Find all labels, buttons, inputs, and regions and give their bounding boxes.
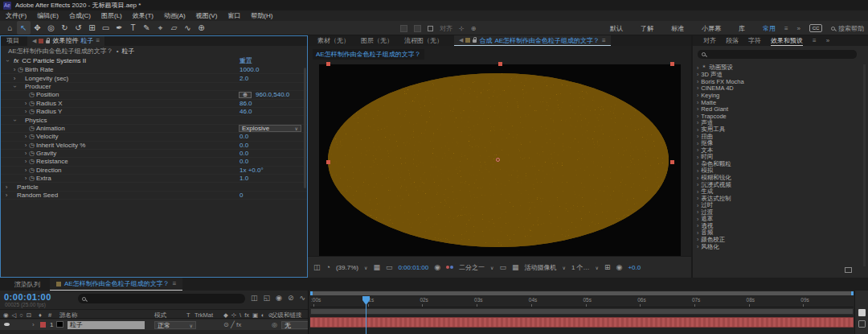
expand-icon[interactable] [697, 100, 698, 105]
roto-brush-tool[interactable]: ∿ [181, 21, 194, 35]
expand-chevron-icon[interactable] [23, 108, 29, 115]
fast-previews-icon[interactable]: ◉ [616, 263, 623, 271]
layer-row[interactable]: › 1 粒子 正常∨ ⊙ ╱ fx ◎ 无∨ [0, 320, 308, 330]
selection-handle[interactable] [326, 160, 330, 164]
trkmat-column-header[interactable]: TrkMat [194, 311, 213, 319]
property-value[interactable]: 1000.0 [240, 66, 259, 73]
workspace-tab[interactable]: 常用 [763, 24, 776, 33]
stopwatch-icon[interactable] [29, 158, 36, 165]
pan-behind-tool[interactable]: ⊞ [85, 21, 99, 35]
expand-chevron-icon[interactable] [11, 75, 18, 82]
scrollbar[interactable] [304, 68, 306, 188]
layer-expander-icon[interactable]: › [32, 321, 35, 328]
expand-icon[interactable] [697, 113, 698, 119]
expand-icon[interactable] [697, 216, 698, 222]
effect-point-button[interactable]: ⊕ [239, 92, 252, 98]
switch-icon[interactable]: ▣ [252, 311, 258, 319]
pixel-aspect-icon[interactable]: ⊞ [604, 263, 611, 271]
transparency-grid-icon[interactable]: ▦ [512, 263, 519, 271]
expand-icon[interactable] [697, 175, 698, 181]
expand-icon[interactable] [697, 223, 698, 229]
show-snapshot-icon[interactable]: ◔ [326, 263, 330, 271]
property-value[interactable]: 0.0 [240, 158, 248, 165]
menu-item[interactable]: 视图(V) [196, 11, 218, 20]
expand-chevron-icon[interactable] [3, 183, 10, 191]
stopwatch-icon[interactable] [29, 167, 36, 174]
effect-category-row[interactable]: Keying [693, 92, 862, 99]
snap-more-icon[interactable]: ⊕ [471, 25, 477, 32]
effect-category-row[interactable]: Boris FX Mocha [693, 78, 862, 85]
panel-tab[interactable]: 字符 [748, 36, 761, 45]
index-column-header[interactable]: # [48, 311, 51, 319]
effect-property-row[interactable]: Inherit Velocity % ⊕ 0.0 [0, 142, 308, 150]
expand-chevron-icon[interactable] [11, 66, 18, 73]
expand-icon[interactable] [697, 147, 698, 153]
panel-tab[interactable]: 段落 [726, 36, 739, 45]
workspace-overflow-icon[interactable]: » [797, 25, 800, 32]
effect-category-row[interactable]: 抠像 [693, 140, 862, 147]
panel-tab[interactable]: 效果和预设 [771, 36, 803, 46]
workspace-tab[interactable]: 标准 [671, 24, 684, 33]
property-value[interactable]: 0.0 [240, 142, 248, 149]
switch-icon[interactable]: ⊹ [231, 311, 236, 319]
tab-timeline-comp[interactable]: AE怎样制作由金色粒子组成的文字？ ≡ [50, 278, 182, 291]
effects-search-input[interactable] [698, 50, 857, 59]
eraser-tool[interactable]: ▱ [167, 21, 181, 35]
tab-effect-controls[interactable]: ◀ 效果控件 粒子 ≡ [27, 35, 104, 46]
creative-cloud-icon[interactable]: CC [809, 24, 822, 32]
mask-visibility-icon[interactable]: ▭ [386, 263, 393, 271]
property-value[interactable]: Explosive [239, 125, 301, 132]
stopwatch-icon[interactable] [29, 150, 36, 157]
menu-item[interactable]: 动画(A) [164, 11, 186, 20]
menu-item[interactable]: 合成(C) [69, 11, 91, 20]
video-visibility-icon[interactable]: ◉ [3, 311, 9, 319]
expand-icon[interactable] [697, 209, 698, 215]
tab-project[interactable]: 项目 [6, 36, 19, 45]
grid-guides-icon[interactable]: ▦ [373, 263, 380, 271]
workspace-menu-icon[interactable]: ≡ [784, 25, 788, 32]
effect-category-row[interactable]: 过时 [693, 202, 862, 209]
clone-stamp-tool[interactable]: ⌖ [154, 21, 167, 35]
selection-handle[interactable] [326, 62, 330, 66]
expand-icon[interactable] [697, 237, 698, 242]
comp-marker-icon[interactable] [858, 309, 866, 316]
resolution-dropdown[interactable]: 二分之一 [459, 263, 485, 272]
view-layout-dropdown[interactable]: 1 个… [571, 263, 590, 272]
source-name-column-header[interactable]: 源名称 [59, 311, 78, 320]
motion-blur-icon[interactable]: ⊘ [288, 294, 294, 302]
expand-chevron-icon[interactable] [23, 133, 29, 140]
lock-icon[interactable] [46, 40, 50, 43]
expand-icon[interactable] [697, 244, 698, 249]
effect-category-row[interactable]: Trapcode [693, 113, 862, 120]
effect-category-row[interactable]: 遮罩 [693, 216, 862, 223]
selection-handle[interactable] [670, 62, 674, 66]
tab-composition[interactable]: ◀ 合成 AE怎样制作由金色粒子组成的文字？ ≡ [454, 35, 611, 46]
shape-tool[interactable]: ▭ [99, 21, 113, 35]
brush-tool[interactable]: ✎ [140, 21, 154, 35]
effect-category-row[interactable]: Red Giant [693, 105, 862, 113]
selection-handle[interactable] [670, 160, 674, 164]
effect-category-row[interactable]: 表达式控制 [693, 195, 862, 202]
expand-icon[interactable] [697, 168, 698, 174]
camera-view-dropdown[interactable]: 活动摄像机 [525, 263, 557, 272]
expand-chevron-icon[interactable] [23, 142, 29, 149]
selection-tool[interactable]: ↖ [17, 21, 31, 35]
effect-property-row[interactable]: Animation ⊕ Explosive [0, 125, 308, 133]
effect-category-row[interactable]: 扭曲 [693, 133, 862, 140]
switch-icon[interactable]: fx [244, 311, 249, 319]
panel-menu-icon[interactable]: ≡ [96, 37, 100, 44]
menu-item[interactable]: 效果(T) [133, 11, 154, 20]
effect-category-row[interactable]: 沉浸式视频 [693, 181, 862, 188]
effect-property-row[interactable]: Direction ⊕ 1x +0.0° [0, 167, 308, 175]
composition-viewport[interactable]: AE怎样制作由金色粒子组成的文字？ [308, 46, 691, 256]
panel-menu-icon[interactable]: ≡ [173, 280, 177, 287]
hand-tool[interactable]: ✥ [31, 21, 44, 35]
type-tool[interactable]: T [126, 21, 140, 35]
layer-duration-bar[interactable] [310, 317, 854, 328]
effect-property-row[interactable]: Birth Rate ⊕ 1000.0 [0, 66, 308, 74]
expand-icon[interactable] [697, 155, 698, 160]
switch-icon[interactable]: ◐ [261, 311, 265, 319]
composition-mini-flowchart-icon[interactable]: ◫ [251, 294, 258, 302]
mode-column-header[interactable]: 模式 [154, 311, 166, 320]
effect-category-row[interactable]: 透视 [693, 223, 862, 230]
